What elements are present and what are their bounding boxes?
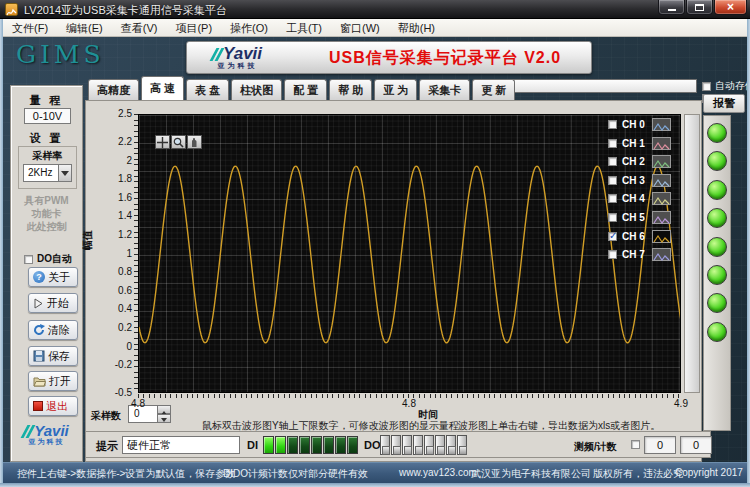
minimize-button[interactable]: [658, 0, 685, 15]
channel-color-swatch[interactable]: [652, 230, 671, 243]
do-toggle-switch[interactable]: [457, 435, 467, 455]
tab[interactable]: 高 速: [141, 76, 184, 100]
channel-checkbox[interactable]: [608, 120, 617, 129]
channel-color-swatch[interactable]: [652, 174, 671, 187]
x-tick-label: 4.9: [661, 398, 701, 409]
y-tick-label: -0.5: [90, 387, 132, 398]
di-led: [299, 436, 310, 454]
alarm-led: [707, 180, 727, 200]
waveform-plot[interactable]: [138, 114, 681, 393]
menu-item[interactable]: 项目(P): [166, 19, 221, 37]
channel-label: CH 0: [622, 119, 656, 130]
channel-checkbox[interactable]: [608, 250, 617, 259]
clear-button[interactable]: 清除: [28, 320, 78, 340]
dropdown-arrow-button[interactable]: [58, 165, 71, 181]
maximize-button[interactable]: [686, 0, 713, 15]
di-led: [323, 436, 334, 454]
channel-checkbox[interactable]: [608, 213, 617, 222]
counter-checkbox[interactable]: [631, 440, 640, 449]
window-border-left: [0, 19, 3, 483]
exit-button[interactable]: 退出: [28, 396, 78, 416]
spinner-up-icon[interactable]: [158, 405, 171, 414]
do-toggle-switch[interactable]: [446, 435, 456, 455]
tip-label: 提示: [96, 439, 118, 454]
channel-color-swatch[interactable]: [652, 137, 671, 150]
menu-item[interactable]: 查看(V): [112, 19, 167, 37]
spinner-down-icon[interactable]: [158, 414, 171, 423]
channel-color-swatch[interactable]: [652, 248, 671, 261]
header-banner: Yavii 亚为科技 USB信号采集与记录平台 V2.0: [186, 41, 592, 74]
channel-checkbox[interactable]: [608, 157, 617, 166]
close-button[interactable]: ×: [714, 0, 747, 15]
hand-icon: [189, 137, 200, 148]
minimize-icon: [668, 9, 676, 11]
tab[interactable]: 柱状图: [231, 79, 282, 100]
auto-save-checkbox[interactable]: [702, 82, 711, 91]
menu-item[interactable]: 工具(T): [277, 19, 331, 37]
do-toggle-switch[interactable]: [391, 435, 401, 455]
do-toggle-switch[interactable]: [435, 435, 445, 455]
y-tick-label: 1.8: [90, 173, 132, 184]
status-hint-mid: DIDO计频计数仅对部分硬件有效: [223, 467, 368, 481]
channel-label: CH 4: [622, 193, 656, 204]
channel-color-swatch[interactable]: [652, 192, 671, 205]
do-toggle-switch[interactable]: [413, 435, 423, 455]
cursor-tool-button[interactable]: [155, 135, 170, 149]
storage-path-input[interactable]: [500, 79, 697, 93]
brand-gims: GIMS: [16, 40, 105, 69]
tab[interactable]: 更 新: [472, 79, 515, 100]
counter-value-2: 0: [680, 436, 712, 454]
tab[interactable]: 高精度: [88, 79, 139, 100]
counter-value-1: 0: [644, 436, 676, 454]
graph-toolbar: [155, 135, 202, 149]
title-bar[interactable]: LV2014亚为USB采集卡通用信号采集平台 ×: [0, 0, 750, 19]
do-auto-checkbox[interactable]: [24, 255, 33, 264]
maximize-icon: [695, 4, 704, 11]
auto-save-row: 自动存储: [702, 79, 750, 93]
crosshair-icon: [157, 137, 168, 148]
tab[interactable]: 配 置: [284, 79, 327, 100]
menu-item[interactable]: 编辑(E): [57, 19, 112, 37]
sample-rate-dropdown[interactable]: 2KHz: [23, 164, 72, 182]
y-tick-label: 0: [90, 341, 132, 352]
save-icon: [33, 350, 45, 362]
tab[interactable]: 帮 助: [329, 79, 372, 100]
channel-color-swatch[interactable]: [652, 118, 671, 131]
tab[interactable]: 亚 为: [374, 79, 417, 100]
zoom-tool-button[interactable]: [171, 135, 186, 149]
channel-checkbox[interactable]: [608, 139, 617, 148]
di-led: [287, 436, 298, 454]
graph-scrollbar[interactable]: [684, 114, 700, 393]
status-website[interactable]: www.yav123.com: [399, 467, 477, 478]
question-icon: ?: [33, 271, 45, 283]
about-button[interactable]: ?关于: [28, 267, 78, 287]
tab[interactable]: 表 盘: [186, 79, 229, 100]
channel-color-swatch[interactable]: [652, 211, 671, 224]
do-toggle-switch[interactable]: [402, 435, 412, 455]
tab[interactable]: 采集卡: [419, 79, 470, 100]
do-toggle-group: [380, 435, 467, 455]
menu-item[interactable]: 窗口(W): [331, 19, 389, 37]
do-toggle-switch[interactable]: [424, 435, 434, 455]
logo-subtext: 亚为科技: [213, 61, 262, 71]
channel-label: CH 3: [622, 175, 656, 186]
menu-item[interactable]: 帮助(H): [389, 19, 444, 37]
pwm-note: 具有PWM 功能卡 此处控制: [11, 194, 82, 233]
channel-checkbox[interactable]: [608, 232, 617, 241]
alarm-led: [707, 237, 727, 257]
start-button[interactable]: 开始: [28, 293, 78, 313]
open-button[interactable]: 打开: [28, 371, 78, 391]
sample-rate-group: 采样率 2KHz: [18, 146, 77, 189]
channel-label: CH 7: [622, 249, 656, 260]
y-tick-label: 1.4: [90, 210, 132, 221]
save-button[interactable]: 保存: [28, 346, 78, 366]
status-company: 武汉亚为电子科技有限公司: [471, 467, 591, 481]
pan-tool-button[interactable]: [187, 135, 202, 149]
channel-checkbox[interactable]: [608, 194, 617, 203]
channel-checkbox[interactable]: [608, 176, 617, 185]
menu-item[interactable]: 文件(F): [3, 19, 57, 37]
menu-item[interactable]: 操作(O): [221, 19, 277, 37]
channel-color-swatch[interactable]: [652, 155, 671, 168]
di-label: DI: [247, 439, 258, 451]
do-toggle-switch[interactable]: [380, 435, 390, 455]
